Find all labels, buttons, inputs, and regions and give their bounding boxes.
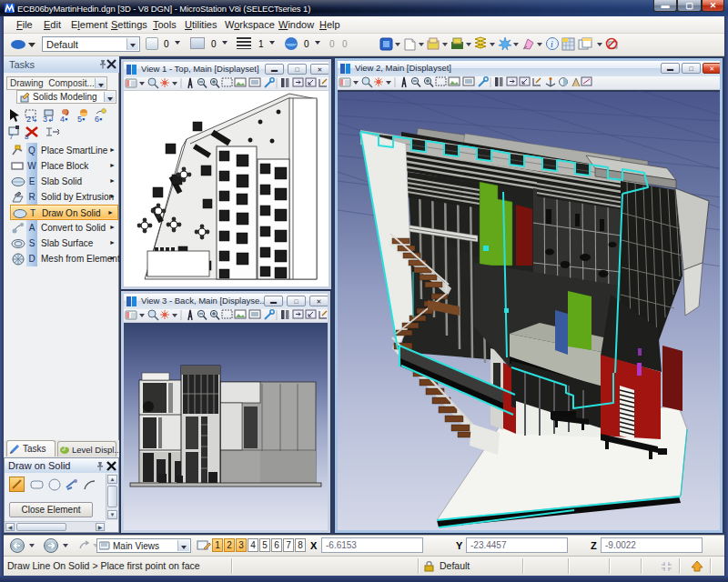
- svg-text:5▪: 5▪: [77, 115, 85, 123]
- svg-text:i: i: [551, 39, 553, 49]
- svg-text:4▪: 4▪: [60, 115, 67, 123]
- svg-text:2↳: 2↳: [26, 115, 38, 123]
- svg-text:8: 8: [25, 133, 29, 139]
- svg-text:7: 7: [9, 133, 14, 139]
- svg-text:3↲: 3↲: [43, 115, 55, 123]
- svg-text:6▪: 6▪: [95, 115, 102, 123]
